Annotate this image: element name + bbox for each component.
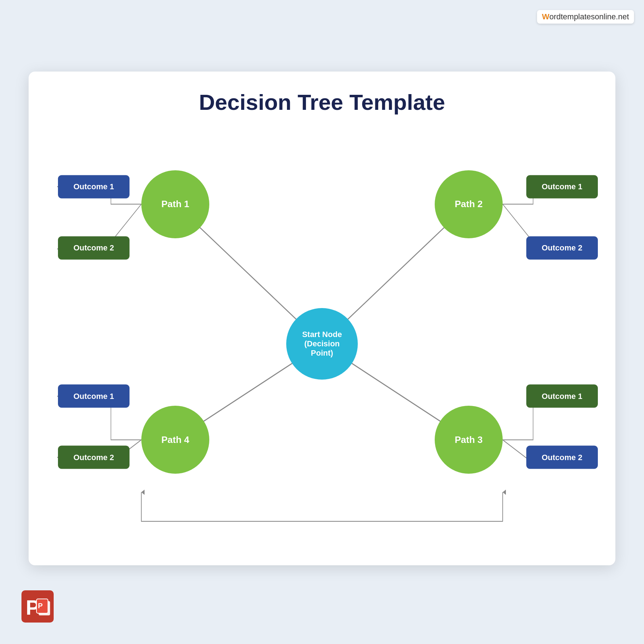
- outcome-1b: Outcome 2: [58, 236, 130, 259]
- outcome-3a: Outcome 1: [526, 385, 598, 408]
- outcome-4b: Outcome 2: [58, 446, 130, 469]
- main-card: Decision Tree Template: [29, 72, 615, 565]
- path1-label: Path 1: [161, 199, 189, 210]
- page-title: Decision Tree Template: [29, 72, 615, 126]
- outcome-3b: Outcome 2: [526, 446, 598, 469]
- path4-label: Path 4: [161, 434, 189, 445]
- center-node-label: Start Node(DecisionPoint): [302, 330, 342, 358]
- center-node: Start Node(DecisionPoint): [286, 308, 358, 380]
- diagram-area: Start Node(DecisionPoint) Path 1 Path 2 …: [29, 126, 615, 562]
- outcome-4a: Outcome 1: [58, 385, 130, 408]
- path3-label: Path 3: [455, 434, 483, 445]
- watermark: Wordtemplatesonline.net: [537, 10, 634, 24]
- path4-circle: Path 4: [141, 406, 209, 474]
- path2-circle: Path 2: [435, 170, 503, 238]
- path1-circle: Path 1: [141, 170, 209, 238]
- path3-circle: Path 3: [435, 406, 503, 474]
- powerpoint-icon: P P: [21, 590, 54, 623]
- watermark-letter: W: [542, 12, 550, 21]
- outcome-1a: Outcome 1: [58, 175, 130, 198]
- svg-text:P: P: [38, 602, 43, 610]
- path2-label: Path 2: [455, 199, 483, 210]
- outcome-2a: Outcome 1: [526, 175, 598, 198]
- watermark-text: ordtemplatesonline.net: [549, 12, 629, 21]
- outcome-2b: Outcome 2: [526, 236, 598, 259]
